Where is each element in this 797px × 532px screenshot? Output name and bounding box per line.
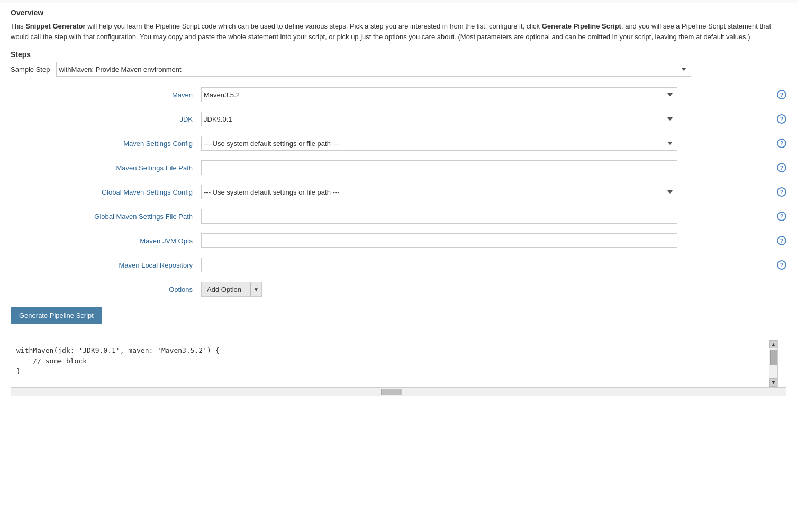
global-maven-settings-config-select[interactable]: --- Use system default settings or file … <box>201 185 677 199</box>
scrollbar-track <box>769 348 777 378</box>
global-maven-settings-config-row: Global Maven Settings Config --- Use sys… <box>85 185 786 199</box>
bottom-scrollbar-thumb[interactable] <box>381 389 402 395</box>
page-container: Overview This Snippet Generator will hel… <box>0 0 797 532</box>
bottom-scrollbar[interactable] <box>11 387 786 396</box>
add-option-group: Add Option ▼ <box>201 282 262 297</box>
add-option-label: Add Option <box>207 286 241 293</box>
jdk-row: JDK JDK9.0.1 ? <box>85 112 786 126</box>
maven-local-repository-input[interactable] <box>201 258 677 272</box>
global-maven-settings-file-path-label: Global Maven Settings File Path <box>85 213 201 221</box>
sample-step-row: Sample Step withMaven: Provide Maven env… <box>11 62 786 77</box>
maven-settings-file-path-row: Maven Settings File Path ? <box>85 160 786 175</box>
jdk-select[interactable]: JDK9.0.1 <box>201 112 677 126</box>
jdk-label: JDK <box>85 115 201 123</box>
maven-jvm-opts-help-icon[interactable]: ? <box>777 236 786 245</box>
global-maven-settings-file-path-input[interactable] <box>201 209 677 224</box>
maven-local-repository-help-icon[interactable]: ? <box>777 260 786 270</box>
generate-btn-container: Generate Pipeline Script <box>11 307 786 332</box>
add-option-dropdown[interactable]: ▼ <box>250 282 262 297</box>
options-label: Options <box>85 286 201 293</box>
maven-jvm-opts-label: Maven JVM Opts <box>85 237 201 245</box>
maven-settings-config-help-icon[interactable]: ? <box>777 139 786 148</box>
code-box: withMaven(jdk: 'JDK9.0.1', maven: 'Maven… <box>11 340 778 387</box>
content-area: Overview This Snippet Generator will hel… <box>0 3 797 406</box>
maven-jvm-opts-row: Maven JVM Opts ? <box>85 233 786 248</box>
maven-settings-config-label: Maven Settings Config <box>85 140 201 148</box>
overview-title: Overview <box>11 8 786 17</box>
maven-local-repository-row: Maven Local Repository ? <box>85 258 786 272</box>
maven-help-icon[interactable]: ? <box>777 90 786 99</box>
maven-select[interactable]: Maven3.5.2 <box>201 87 677 102</box>
maven-jvm-opts-input[interactable] <box>201 233 677 248</box>
maven-label: Maven <box>85 91 201 99</box>
scrollbar-thumb[interactable] <box>770 350 777 365</box>
options-row: Options Add Option ▼ <box>85 282 786 297</box>
steps-section: Steps Sample Step withMaven: Provide Mav… <box>11 50 786 77</box>
maven-settings-file-path-label: Maven Settings File Path <box>85 164 201 172</box>
code-content: withMaven(jdk: 'JDK9.0.1', maven: 'Maven… <box>16 345 772 377</box>
overview-text: This Snippet Generator will help you lea… <box>11 21 786 42</box>
maven-row: Maven Maven3.5.2 ? <box>85 87 786 102</box>
maven-settings-file-path-input[interactable] <box>201 160 677 175</box>
scroll-up-arrow[interactable]: ▲ <box>769 340 778 348</box>
generate-pipeline-script-button[interactable]: Generate Pipeline Script <box>11 307 102 324</box>
jdk-help-icon[interactable]: ? <box>777 114 786 124</box>
scrollbar-right[interactable]: ▲ ▼ <box>769 340 777 387</box>
global-maven-settings-file-path-row: Global Maven Settings File Path ? <box>85 209 786 224</box>
add-option-button[interactable]: Add Option <box>201 282 250 297</box>
maven-settings-config-select[interactable]: --- Use system default settings or file … <box>201 136 677 151</box>
snippet-generator-bold: Snippet Generator <box>25 22 85 30</box>
maven-settings-file-path-help-icon[interactable]: ? <box>777 163 786 172</box>
global-maven-settings-file-path-help-icon[interactable]: ? <box>777 212 786 221</box>
generate-pipeline-bold: Generate Pipeline Script <box>542 22 621 30</box>
form-area: Maven Maven3.5.2 ? JDK JDK9.0.1 ? Maven … <box>11 87 786 297</box>
global-maven-settings-config-help-icon[interactable]: ? <box>777 187 786 197</box>
maven-settings-config-row: Maven Settings Config --- Use system def… <box>85 136 786 151</box>
sample-step-label: Sample Step <box>11 66 50 74</box>
global-maven-settings-config-label: Global Maven Settings Config <box>85 188 201 196</box>
sample-step-select[interactable]: withMaven: Provide Maven environment <box>56 62 691 77</box>
steps-title: Steps <box>11 50 786 59</box>
scroll-down-arrow[interactable]: ▼ <box>769 378 778 387</box>
maven-local-repository-label: Maven Local Repository <box>85 261 201 269</box>
